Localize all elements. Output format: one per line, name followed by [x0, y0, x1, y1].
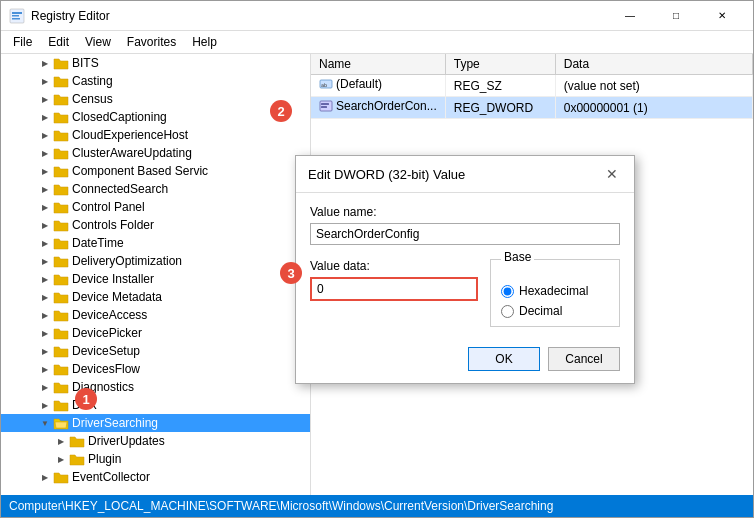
expander-diagnostics[interactable]: ▶	[37, 379, 53, 395]
expander-driversearching[interactable]: ▼	[37, 415, 53, 431]
menu-edit[interactable]: Edit	[40, 33, 77, 51]
col-type: Type	[445, 54, 555, 75]
expander-bits[interactable]: ▶	[37, 55, 53, 71]
expander-plugin[interactable]: ▶	[53, 451, 69, 467]
expander-componentbased[interactable]: ▶	[37, 163, 53, 179]
tree-item-controlpanel[interactable]: ▶ Control Panel	[1, 198, 310, 216]
value-data-group: Value data:	[310, 259, 478, 327]
tree-label-connectedsearch: ConnectedSearch	[72, 182, 168, 196]
folder-icon-driversearching	[53, 416, 69, 430]
dialog-body: Value name: Value data: Base Hexadecimal	[296, 193, 634, 339]
statusbar: Computer\HKEY_LOCAL_MACHINE\SOFTWARE\Mic…	[1, 495, 753, 517]
folder-icon-diagnostics	[53, 380, 69, 394]
table-row[interactable]: ab (Default) REG_SZ (value not set)	[311, 75, 753, 97]
expander-controlsfolder[interactable]: ▶	[37, 217, 53, 233]
tree-item-driverupdates[interactable]: ▶ DriverUpdates	[1, 432, 310, 450]
tree-item-casting[interactable]: ▶ Casting	[1, 72, 310, 90]
menu-help[interactable]: Help	[184, 33, 225, 51]
menubar: File Edit View Favorites Help	[1, 31, 753, 54]
expander-eventcollector[interactable]: ▶	[37, 469, 53, 485]
expander-devicesetup[interactable]: ▶	[37, 343, 53, 359]
tree-item-datetime[interactable]: ▶ DateTime	[1, 234, 310, 252]
folder-icon-controlsfolder	[53, 218, 69, 232]
tree-panel[interactable]: ▶ BITS ▶ Casting	[1, 54, 311, 495]
svg-rect-3	[12, 18, 20, 20]
tree-item-cluster[interactable]: ▶ ClusterAwareUpdating	[1, 144, 310, 162]
tree-item-bits[interactable]: ▶ BITS	[1, 54, 310, 72]
expander-driverupdates[interactable]: ▶	[53, 433, 69, 449]
expander-devicepicker[interactable]: ▶	[37, 325, 53, 341]
value-name-label: Value name:	[310, 205, 620, 219]
svg-text:ab: ab	[321, 82, 327, 88]
folder-icon-controlpanel	[53, 200, 69, 214]
cell-name-default: ab (Default)	[311, 75, 445, 97]
tree-item-devicesflow[interactable]: ▶ DevicesFlow	[1, 360, 310, 378]
tree-label-cloudexp: CloudExperienceHost	[72, 128, 188, 142]
tree-item-connectedsearch[interactable]: ▶ ConnectedSearch	[1, 180, 310, 198]
tree-item-eventcollector[interactable]: ▶ EventCollector	[1, 468, 310, 486]
tree-item-devicepicker[interactable]: ▶ DevicePicker	[1, 324, 310, 342]
base-group: Base Hexadecimal Decimal	[490, 259, 620, 327]
menu-favorites[interactable]: Favorites	[119, 33, 184, 51]
close-button[interactable]: ✕	[699, 1, 745, 31]
folder-icon-eventcollector	[53, 470, 69, 484]
folder-icon-driverupdates	[69, 434, 85, 448]
expander-devicemeta[interactable]: ▶	[37, 289, 53, 305]
expander-deliveryopt[interactable]: ▶	[37, 253, 53, 269]
cancel-button[interactable]: Cancel	[548, 347, 620, 371]
expander-closedcaptioning[interactable]: ▶	[37, 109, 53, 125]
radio-hex-text: Hexadecimal	[519, 284, 588, 298]
expander-deviceinstaller[interactable]: ▶	[37, 271, 53, 287]
dialog-titlebar: Edit DWORD (32-bit) Value ✕	[296, 156, 634, 193]
expander-controlpanel[interactable]: ▶	[37, 199, 53, 215]
maximize-button[interactable]: □	[653, 1, 699, 31]
expander-cluster[interactable]: ▶	[37, 145, 53, 161]
tree-item-devicesetup[interactable]: ▶ DeviceSetup	[1, 342, 310, 360]
folder-icon-devicesflow	[53, 362, 69, 376]
dialog-close-button[interactable]: ✕	[602, 164, 622, 184]
radio-dec-label[interactable]: Decimal	[501, 304, 609, 318]
expander-dpx[interactable]: ▶	[37, 397, 53, 413]
window-controls: — □ ✕	[607, 1, 745, 31]
col-data: Data	[555, 54, 752, 75]
expander-cloudexp[interactable]: ▶	[37, 127, 53, 143]
tree-item-dpx[interactable]: ▶ DPX	[1, 396, 310, 414]
radio-hex-input[interactable]	[501, 285, 514, 298]
menu-view[interactable]: View	[77, 33, 119, 51]
tree-item-deviceaccess[interactable]: ▶ DeviceAccess	[1, 306, 310, 324]
expander-datetime[interactable]: ▶	[37, 235, 53, 251]
tree-item-deliveryopt[interactable]: ▶ DeliveryOptimization	[1, 252, 310, 270]
tree-item-controlsfolder[interactable]: ▶ Controls Folder	[1, 216, 310, 234]
folder-icon-casting	[53, 74, 69, 88]
expander-deviceaccess[interactable]: ▶	[37, 307, 53, 323]
value-data-label: Value data:	[310, 259, 478, 273]
tree-item-closedcaptioning[interactable]: ▶ ClosedCaptioning	[1, 108, 310, 126]
expander-connectedsearch[interactable]: ▶	[37, 181, 53, 197]
tree-item-deviceinstaller[interactable]: ▶ Device Installer	[1, 270, 310, 288]
expander-casting[interactable]: ▶	[37, 73, 53, 89]
ok-button[interactable]: OK	[468, 347, 540, 371]
table-row[interactable]: SearchOrderCon... REG_DWORD 0x00000001 (…	[311, 97, 753, 119]
value-name-input[interactable]	[310, 223, 620, 245]
radio-dec-input[interactable]	[501, 305, 514, 318]
tree-item-componentbased[interactable]: ▶ Component Based Servic	[1, 162, 310, 180]
radio-hex-label[interactable]: Hexadecimal	[501, 284, 609, 298]
radio-dec-text: Decimal	[519, 304, 562, 318]
expander-devicesflow[interactable]: ▶	[37, 361, 53, 377]
tree-item-driversearching[interactable]: ▼ DriverSearching	[1, 414, 310, 432]
expander-census[interactable]: ▶	[37, 91, 53, 107]
folder-icon-connectedsearch	[53, 182, 69, 196]
tree-item-devicemeta[interactable]: ▶ Device Metadata	[1, 288, 310, 306]
value-data-input[interactable]	[310, 277, 478, 301]
tree-item-plugin[interactable]: ▶ Plugin	[1, 450, 310, 468]
folder-icon-census	[53, 92, 69, 106]
tree-item-diagnostics[interactable]: ▶ Diagnostics	[1, 378, 310, 396]
svg-rect-8	[321, 106, 327, 108]
svg-rect-7	[321, 103, 329, 105]
tree-label-deviceaccess: DeviceAccess	[72, 308, 147, 322]
folder-icon-dpx	[53, 398, 69, 412]
tree-item-cloudexp[interactable]: ▶ CloudExperienceHost	[1, 126, 310, 144]
minimize-button[interactable]: —	[607, 1, 653, 31]
tree-item-census[interactable]: ▶ Census	[1, 90, 310, 108]
menu-file[interactable]: File	[5, 33, 40, 51]
